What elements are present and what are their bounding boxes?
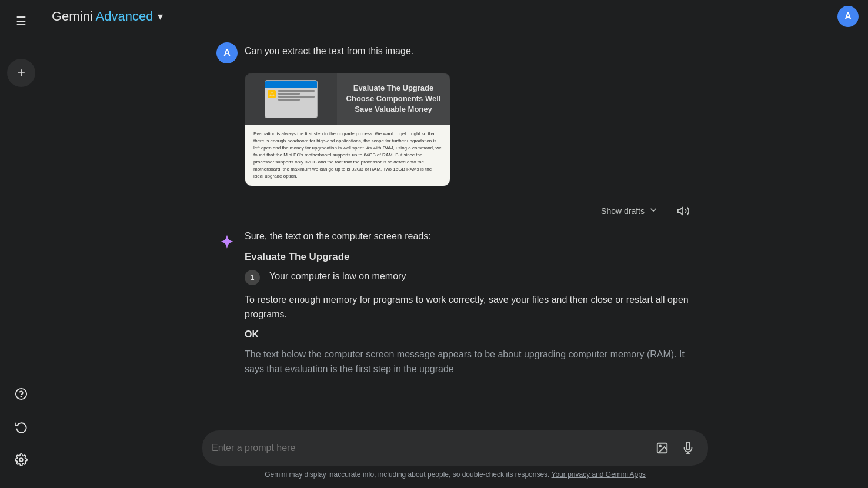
user-message-text: Can you extract the text from this image… (245, 42, 413, 56)
image-upload-button[interactable] (652, 437, 673, 459)
window-mockup: ⚠ (265, 80, 318, 118)
avatar[interactable]: A (837, 6, 859, 27)
privacy-link[interactable]: Your privacy and Gemini Apps (552, 470, 646, 479)
image-title: Evaluate The Upgrade Choose Components W… (346, 83, 441, 115)
app-title: Gemini Advanced (52, 9, 153, 24)
image-body: Evaluation is always the first step to t… (245, 125, 450, 186)
input-actions (652, 437, 699, 459)
show-drafts-label: Show drafts (601, 206, 645, 216)
user-avatar: A (216, 42, 238, 63)
menu-icon[interactable]: ☰ (7, 7, 35, 35)
user-message: A Can you extract the text from this ima… (216, 42, 694, 63)
settings-icon[interactable] (7, 446, 35, 474)
dropdown-icon[interactable]: ▾ (158, 10, 163, 23)
svg-point-5 (659, 445, 661, 447)
new-chat-button[interactable]: + (7, 59, 35, 87)
attached-image[interactable]: ⚠ Evaluate Th (245, 73, 450, 186)
chevron-down-icon (648, 205, 659, 217)
response-paragraph: To restore enough memory for programs to… (245, 292, 694, 322)
svg-point-2 (19, 458, 23, 462)
response-heading: Evaluate The Upgrade (245, 251, 694, 263)
show-drafts-button[interactable]: Show drafts (594, 201, 666, 220)
response-content: Sure, the text on the computer screen re… (245, 231, 694, 377)
input-area: Gemini may display inaccurate info, incl… (42, 423, 868, 488)
image-body-text: Evaluation is always the first step to t… (253, 131, 442, 180)
gemini-icon (216, 231, 238, 252)
number-badge-1: 1 (245, 270, 260, 285)
response-intro: Sure, the text on the computer screen re… (245, 231, 694, 242)
history-icon[interactable] (7, 413, 35, 441)
help-icon[interactable] (7, 380, 35, 408)
response-header: Show drafts (216, 200, 694, 222)
input-box (202, 430, 708, 466)
gemini-response: Show drafts (216, 200, 694, 377)
svg-marker-3 (678, 207, 683, 215)
numbered-item-text-1: Your computer is low on memory (269, 270, 406, 282)
header-left: Gemini Advanced ▾ (52, 9, 163, 24)
prompt-input[interactable] (212, 443, 645, 453)
sidebar: ☰ + (0, 0, 42, 488)
response-continuation: The text below the computer screen messa… (245, 347, 694, 377)
conversation-area: A Can you extract the text from this ima… (42, 33, 868, 423)
volume-button[interactable] (673, 200, 694, 222)
image-right-panel: Evaluate The Upgrade Choose Components W… (337, 73, 450, 125)
response-ok: OK (245, 329, 694, 340)
image-left-panel: ⚠ (245, 73, 337, 125)
main-content: Gemini Advanced ▾ A A Can you extract th… (42, 0, 868, 488)
disclaimer: Gemini may display inaccurate info, incl… (265, 466, 646, 481)
response-body: Sure, the text on the computer screen re… (216, 231, 694, 377)
header: Gemini Advanced ▾ A (42, 0, 868, 33)
microphone-button[interactable] (677, 437, 699, 459)
warning-icon: ⚠ (268, 90, 276, 98)
numbered-item-1: 1 Your computer is low on memory (245, 270, 694, 285)
